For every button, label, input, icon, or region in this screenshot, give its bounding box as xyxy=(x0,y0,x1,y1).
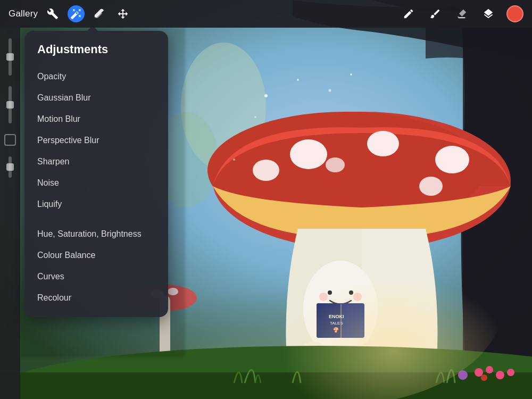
svg-point-12 xyxy=(419,177,443,196)
extra-slider[interactable] xyxy=(9,156,12,178)
adjustments-title: Adjustments xyxy=(24,43,168,66)
left-sidebar xyxy=(0,28,20,399)
adj-gaussian-blur[interactable]: Gaussian Blur xyxy=(24,87,168,109)
toolbar: Gallery xyxy=(0,0,532,28)
svg-point-10 xyxy=(435,146,469,173)
svg-point-36 xyxy=(486,366,493,373)
magic-wand-icon[interactable] xyxy=(68,5,85,22)
move-icon[interactable] xyxy=(114,5,131,22)
brush-tool-icon[interactable] xyxy=(427,5,444,22)
layers-icon[interactable] xyxy=(480,5,497,22)
svg-point-35 xyxy=(475,368,483,377)
adjustments-panel: Adjustments Opacity Gaussian Blur Motion… xyxy=(24,31,168,317)
smudge-icon[interactable] xyxy=(91,5,108,22)
adj-separator xyxy=(24,215,168,223)
size-slider[interactable] xyxy=(9,86,12,123)
adj-motion-blur[interactable]: Motion Blur xyxy=(24,109,168,130)
eraser-tool-icon[interactable] xyxy=(453,5,470,22)
svg-point-40 xyxy=(507,369,514,376)
svg-point-8 xyxy=(290,139,327,169)
opacity-slider[interactable] xyxy=(9,38,12,76)
transform-checkbox[interactable] xyxy=(4,134,16,146)
adj-noise[interactable]: Noise xyxy=(24,172,168,194)
gallery-button[interactable]: Gallery xyxy=(9,9,38,19)
adj-hue-saturation[interactable]: Hue, Saturation, Brightness xyxy=(24,223,168,245)
svg-point-42 xyxy=(297,79,299,81)
pen-tool-icon[interactable] xyxy=(400,5,417,22)
svg-point-47 xyxy=(186,192,505,399)
wrench-icon[interactable] xyxy=(44,5,61,22)
adj-curves[interactable]: Curves xyxy=(24,266,168,287)
svg-point-41 xyxy=(264,94,268,97)
adj-liquify[interactable]: Liquify xyxy=(24,194,168,215)
svg-point-45 xyxy=(350,73,352,76)
svg-point-37 xyxy=(496,371,504,379)
toolbar-left: Gallery xyxy=(9,5,131,22)
svg-point-43 xyxy=(329,89,331,92)
adj-colour-balance[interactable]: Colour Balance xyxy=(24,245,168,266)
adj-opacity[interactable]: Opacity xyxy=(24,66,168,87)
adj-perspective-blur[interactable]: Perspective Blur xyxy=(24,130,168,151)
color-picker[interactable] xyxy=(506,5,523,22)
svg-point-38 xyxy=(481,375,487,381)
svg-point-13 xyxy=(326,157,345,172)
toolbar-right xyxy=(400,5,523,22)
svg-point-11 xyxy=(253,160,279,181)
svg-point-9 xyxy=(367,131,399,156)
adj-sharpen[interactable]: Sharpen xyxy=(24,151,168,172)
svg-point-44 xyxy=(254,116,256,118)
adj-recolour[interactable]: Recolour xyxy=(24,287,168,309)
svg-point-46 xyxy=(233,159,235,161)
